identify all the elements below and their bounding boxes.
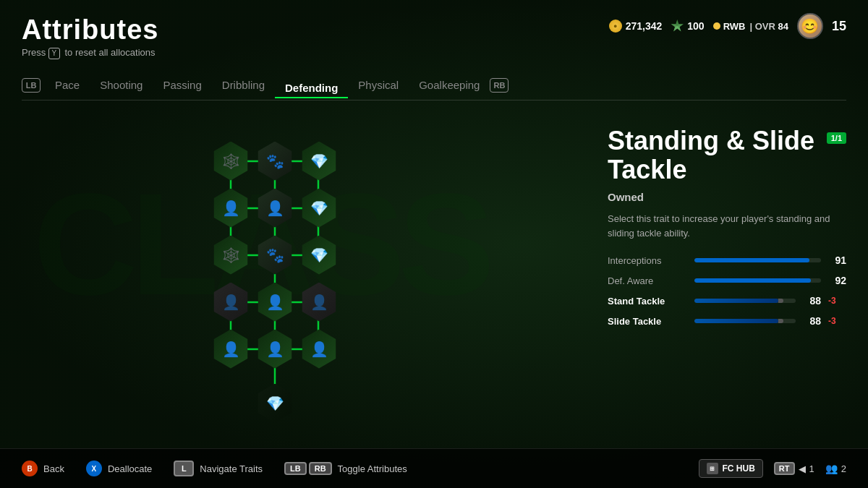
person-icon-3: 👤 [222, 294, 240, 311]
avatar: 😊 [797, 13, 823, 39]
rt-indicator: RT ◀ 1 [774, 462, 814, 475]
fc-hub-icon: ⊞ [707, 463, 718, 474]
node-person5[interactable]: 👤 🔒 [298, 281, 340, 323]
stat-fill-slide-tackle [694, 319, 778, 323]
tabs-bar: LB Pace Shooting Passing Dribbling Defen… [22, 76, 846, 100]
spider-icon-2: 🕸️ [222, 247, 240, 264]
person-icon-4: 👤 [266, 294, 284, 311]
trait-title: Standing & Slide Tackle [608, 127, 827, 184]
person-icon-1: 👤 [222, 200, 240, 217]
fc-hub-label: FC HUB [723, 463, 755, 474]
stat-bar-interceptions [694, 258, 821, 262]
tokens-display: 100 [671, 20, 704, 33]
fc-hub-button[interactable]: ⊞ FC HUB [699, 459, 763, 478]
people-indicator: 👥 2 [825, 463, 846, 474]
ovr-label: | OVR 84 [749, 21, 788, 32]
toggle-label: Toggle Attributes [338, 463, 407, 474]
tab-passing[interactable]: Passing [153, 76, 211, 94]
node-person2[interactable]: 👤 🔒 [254, 187, 296, 229]
tab-pace[interactable]: Pace [45, 76, 90, 94]
b-button[interactable]: B [22, 461, 38, 476]
stat-label-slide-tackle: Slide Tackle [608, 316, 687, 327]
stat-bar-slide-tackle [694, 319, 796, 323]
position-label: RWB [723, 21, 746, 32]
back-action: B Back [22, 461, 64, 476]
coins-value: 271,342 [626, 20, 663, 32]
people-count: 2 [841, 463, 846, 474]
stat-label-def-aware: Def. Aware [608, 275, 687, 286]
node-person3[interactable]: 👤 🔒 [210, 281, 252, 323]
lock-badge-1: 🔒 [286, 172, 297, 184]
node-gem3[interactable]: 💎 [298, 234, 340, 276]
count-badge: 1/1 [827, 132, 846, 144]
tab-physical[interactable]: Physical [348, 76, 409, 94]
coin-icon: ● [609, 20, 622, 33]
person-icon-2: 👤 [266, 200, 284, 217]
tree-canvas: 🕸️ 🐾 🔒 💎 👤 [210, 121, 383, 432]
tab-defending[interactable]: Defending [275, 79, 348, 98]
rt-button[interactable]: RT [774, 462, 795, 475]
stat-fill-def-aware [694, 278, 811, 283]
avatar-icon: 😊 [801, 17, 819, 35]
person-icon-8: 👤 [310, 341, 328, 358]
tokens-value: 100 [687, 20, 704, 32]
stat-label-interceptions: Interceptions [608, 255, 687, 266]
paw-icon-1: 🐾 [266, 153, 284, 170]
position-display: RWB | OVR 84 [713, 21, 788, 32]
stat-fill-stand-tackle [694, 299, 778, 303]
skill-tree: 🕸️ 🐾 🔒 💎 👤 [0, 105, 593, 448]
rb-combo-btn[interactable]: RB [309, 462, 332, 475]
bottom-bar: B Back X Deallocate L Navigate Traits LB… [0, 448, 868, 488]
lock-badge-3: 🔒 [286, 266, 297, 278]
l-button[interactable]: L [174, 461, 194, 476]
gem-icon-1: 💎 [310, 153, 328, 170]
node-gem1[interactable]: 💎 [298, 140, 340, 182]
node-person1[interactable]: 👤 [210, 187, 252, 229]
lb-rb-combo: LB RB [284, 462, 332, 475]
node-gem2[interactable]: 💎 [298, 187, 340, 229]
person-icon-5: 👤 [310, 294, 328, 311]
player-level: 15 [832, 19, 846, 34]
spider-icon-1: 🕸️ [222, 153, 240, 170]
tab-lb-button[interactable]: LB [22, 78, 41, 93]
x-button[interactable]: X [86, 461, 102, 476]
person-icon-7: 👤 [266, 341, 284, 358]
stat-slide-tackle: Slide Tackle 88 -3 [608, 315, 846, 327]
person-icon-6: 👤 [222, 341, 240, 358]
node-spider1[interactable]: 🕸️ [210, 140, 252, 182]
stat-value-interceptions: 91 [828, 254, 846, 266]
gem-icon-3: 💎 [310, 247, 328, 264]
toggle-action: LB RB Toggle Attributes [284, 462, 407, 475]
stat-fill-interceptions [694, 258, 809, 262]
node-paw2[interactable]: 🐾 🔒 [254, 234, 296, 276]
lock-badge-4: 🔒 [242, 313, 253, 325]
main-content: 🕸️ 🐾 🔒 💎 👤 [0, 105, 868, 448]
tab-goalkeeping[interactable]: Goalkeeping [409, 76, 490, 94]
node-person7[interactable]: 👤 [254, 328, 296, 370]
navigate-action: L Navigate Traits [174, 461, 263, 476]
lock-badge-2: 🔒 [286, 219, 297, 231]
tab-dribbling[interactable]: Dribbling [212, 76, 275, 94]
rt-chevron: ◀ [799, 463, 806, 474]
deallocate-label: Deallocate [108, 463, 152, 474]
node-person4[interactable]: 👤 [254, 281, 296, 323]
info-panel: Standing & Slide Tackle 1/1 Owned Select… [593, 105, 868, 448]
stat-bar-stand-tackle [694, 299, 796, 303]
coins-display: ● 271,342 [609, 20, 663, 33]
owned-section: Owned [608, 191, 846, 203]
stat-stand-tackle: Stand Tackle 88 -3 [608, 295, 846, 307]
tab-rb-button[interactable]: RB [490, 78, 509, 93]
lb-combo-btn[interactable]: LB [284, 462, 307, 475]
node-person6[interactable]: 👤 [210, 328, 252, 370]
stat-def-aware: Def. Aware 92 [608, 275, 846, 286]
bottom-right: ⊞ FC HUB RT ◀ 1 👥 2 [699, 459, 846, 478]
node-gem-selected[interactable]: 💎 [254, 382, 296, 424]
token-icon [671, 20, 684, 33]
node-person8[interactable]: 👤 [298, 328, 340, 370]
tab-shooting[interactable]: Shooting [90, 76, 153, 94]
node-paw1[interactable]: 🐾 🔒 [254, 140, 296, 182]
stat-grey-slide-tackle [778, 319, 783, 323]
stat-bar-def-aware [694, 278, 821, 283]
node-spider2[interactable]: 🕸️ [210, 234, 252, 276]
stat-grey-stand-tackle [778, 299, 783, 303]
